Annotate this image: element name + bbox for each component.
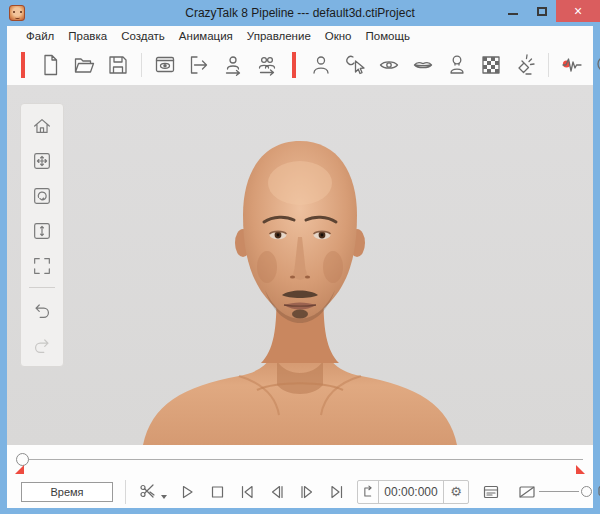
time-display-group: 00:00:000 ⚙ xyxy=(357,480,469,504)
rotate-icon[interactable] xyxy=(25,178,59,213)
menu-bar: Файл Правка Создать Анимация Управление … xyxy=(7,26,593,45)
group-marker xyxy=(21,52,25,78)
clip-tool-icon[interactable] xyxy=(136,480,160,504)
menu-file[interactable]: Файл xyxy=(19,30,61,42)
menu-animation[interactable]: Анимация xyxy=(172,30,240,42)
app-logo-icon xyxy=(9,5,25,21)
dialog-bubble-icon[interactable] xyxy=(594,480,600,504)
range-start-marker[interactable] xyxy=(15,465,24,474)
previous-frame-icon[interactable] xyxy=(265,480,289,504)
range-end-marker[interactable] xyxy=(576,465,585,474)
image-opacity-slider xyxy=(515,480,600,504)
face-key-icon[interactable] xyxy=(593,52,600,78)
loop-icon[interactable] xyxy=(358,481,378,503)
go-to-start-icon[interactable] xyxy=(235,480,259,504)
play-icon[interactable] xyxy=(175,480,199,504)
head-icon[interactable] xyxy=(444,52,470,78)
eyes-icon[interactable] xyxy=(376,52,402,78)
zoom-vertical-icon[interactable] xyxy=(25,213,59,248)
time-display[interactable]: 00:00:000 xyxy=(378,481,444,503)
atmosphere-icon[interactable] xyxy=(512,52,538,78)
transport-bar: Время xyxy=(7,475,593,508)
app-window: CrazyTalk 8 Pipeline --- default3d.ctiPr… xyxy=(0,0,600,514)
transport-separator xyxy=(125,480,126,504)
tools-separator xyxy=(29,287,55,288)
menu-help[interactable]: Помощь xyxy=(359,30,417,42)
record-voice-icon[interactable] xyxy=(559,52,585,78)
background-icon[interactable] xyxy=(478,52,504,78)
maximize-icon xyxy=(537,7,547,16)
toolbar-separator xyxy=(548,53,549,77)
group-marker xyxy=(292,52,296,78)
toolbar-separator xyxy=(141,53,142,77)
head-model xyxy=(7,85,593,445)
settings-gear-icon[interactable]: ⚙ xyxy=(444,481,468,503)
open-project-icon[interactable] xyxy=(71,52,97,78)
minimize-button[interactable] xyxy=(498,0,527,22)
time-mode-button[interactable]: Время xyxy=(21,482,113,502)
maximize-button[interactable] xyxy=(527,0,556,22)
render-preview-icon[interactable] xyxy=(152,52,178,78)
new-project-icon[interactable] xyxy=(37,52,63,78)
title-bar[interactable]: CrazyTalk 8 Pipeline --- default3d.ctiPr… xyxy=(0,0,600,26)
viewport-tool-panel xyxy=(20,103,64,367)
timeline-bar xyxy=(7,445,593,475)
redo-icon[interactable] xyxy=(25,327,59,362)
pick-actor-icon[interactable] xyxy=(342,52,368,78)
menu-edit[interactable]: Правка xyxy=(61,30,114,42)
home-icon[interactable] xyxy=(25,108,59,143)
slider-track[interactable] xyxy=(539,491,579,492)
send-actor-icon[interactable] xyxy=(220,52,246,78)
track-list-icon[interactable] xyxy=(479,480,503,504)
client-area: Файл Правка Создать Анимация Управление … xyxy=(7,26,593,508)
batch-export-icon[interactable] xyxy=(254,52,280,78)
minimize-icon xyxy=(508,13,518,15)
export-icon[interactable] xyxy=(186,52,212,78)
hide-image-icon[interactable] xyxy=(515,480,539,504)
actor-icon[interactable] xyxy=(308,52,334,78)
slider-handle[interactable] xyxy=(581,486,592,497)
fit-view-icon[interactable] xyxy=(25,248,59,283)
undo-icon[interactable] xyxy=(25,292,59,327)
save-project-icon[interactable] xyxy=(105,52,131,78)
close-button[interactable]: × xyxy=(556,0,600,22)
go-to-end-icon[interactable] xyxy=(325,480,349,504)
move-icon[interactable] xyxy=(25,143,59,178)
mouth-icon[interactable] xyxy=(410,52,436,78)
stop-icon[interactable] xyxy=(205,480,229,504)
clip-tool-dropdown-icon[interactable] xyxy=(161,495,167,499)
next-frame-icon[interactable] xyxy=(295,480,319,504)
main-toolbar: AUTO xyxy=(7,45,593,85)
menu-create[interactable]: Создать xyxy=(114,30,172,42)
viewport-3d[interactable] xyxy=(7,85,593,445)
menu-window[interactable]: Окно xyxy=(318,30,359,42)
menu-control[interactable]: Управление xyxy=(240,30,318,42)
timeline-track[interactable] xyxy=(22,459,583,460)
